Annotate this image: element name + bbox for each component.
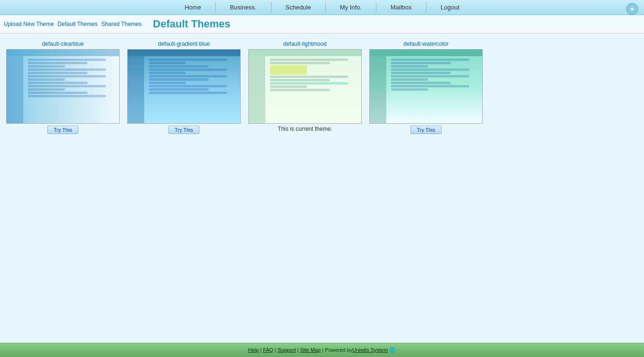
try-btn-gradient-blue[interactable]: Try This xyxy=(168,126,199,134)
theme-item-clearblue: default-clearblue xyxy=(6,41,120,134)
header: Home Business. Schedule My Info. Mailbox… xyxy=(0,0,644,15)
shared-themes-link[interactable]: Shared Themes xyxy=(101,21,141,27)
footer-faq-link[interactable]: FAQ xyxy=(263,347,273,353)
try-btn-watercolor[interactable]: Try This xyxy=(410,126,441,134)
theme-item-lightmood: default-lightmood This is current theme. xyxy=(248,41,362,132)
logo-icon: ✦ xyxy=(625,2,639,16)
nav-mailbox[interactable]: Mailbox xyxy=(376,2,426,13)
theme-name-clearblue[interactable]: default-clearblue xyxy=(42,41,84,47)
theme-name-gradient-blue[interactable]: default-gradient-blue xyxy=(158,41,210,47)
theme-name-lightmood[interactable]: default-lightmood xyxy=(283,41,327,47)
theme-preview-watercolor xyxy=(369,49,483,124)
themes-grid: default-clearblue xyxy=(2,38,642,136)
default-themes-link[interactable]: Default Themes xyxy=(58,21,98,27)
page-title: Default Themes xyxy=(153,18,231,30)
theme-preview-lightmood xyxy=(248,49,362,124)
theme-preview-clearblue xyxy=(6,49,120,124)
theme-name-watercolor[interactable]: default-watercolor xyxy=(403,41,448,47)
subheader: Upload New Theme Default Themes Shared T… xyxy=(0,15,644,34)
nav-myinfo[interactable]: My Info. xyxy=(326,2,376,13)
footer-powered-by: | Powered by xyxy=(322,347,352,353)
upload-theme-link[interactable]: Upload New Theme xyxy=(4,21,54,27)
theme-preview-gradient-blue xyxy=(127,49,241,124)
nav-business[interactable]: Business. xyxy=(216,2,271,13)
main-content: default-clearblue xyxy=(0,34,644,343)
theme-item-watercolor: default-watercolor Try This xyxy=(369,41,483,134)
footer-system-link[interactable]: Uniwits System xyxy=(352,347,388,353)
theme-item-gradient-blue: default-gradient-blue T xyxy=(127,41,241,134)
current-theme-text: This is current theme. xyxy=(278,126,332,132)
footer-sitemap-link[interactable]: Site Map xyxy=(300,347,321,353)
footer: Help | FAQ | Support | Site Map | Powere… xyxy=(0,343,644,357)
try-btn-clearblue[interactable]: Try This xyxy=(47,126,78,134)
nav-schedule[interactable]: Schedule xyxy=(271,2,326,13)
svg-text:✦: ✦ xyxy=(629,5,635,13)
nav-home[interactable]: Home xyxy=(170,2,216,13)
footer-help-link[interactable]: Help xyxy=(248,347,259,353)
main-nav: Home Business. Schedule My Info. Mailbox… xyxy=(0,2,644,13)
footer-support-link[interactable]: Support xyxy=(278,347,296,353)
footer-globe-icon: 🌐 xyxy=(389,347,396,353)
nav-logout[interactable]: Logout xyxy=(426,2,474,13)
